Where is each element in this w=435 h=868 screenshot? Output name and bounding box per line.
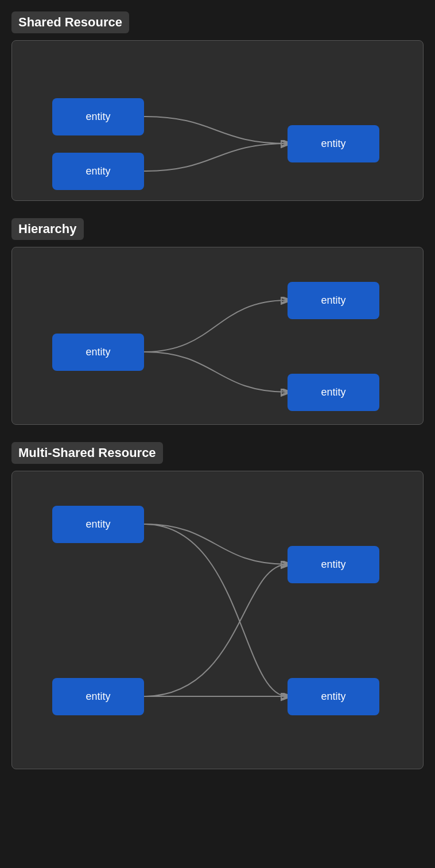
multi-shared-entity-1: entity	[52, 506, 144, 543]
hierarchy-section: Hierarchy entity entity entity	[11, 218, 424, 425]
connection-sr-1-3	[144, 117, 288, 144]
connection-ms-3-2	[144, 564, 288, 696]
multi-shared-entity-4: entity	[288, 678, 379, 715]
shared-resource-entity-1: entity	[52, 98, 144, 135]
connection-h-1-2	[144, 300, 288, 352]
shared-resource-title: Shared Resource	[11, 11, 129, 33]
shared-resource-section: Shared Resource entity entity entity	[11, 11, 424, 201]
shared-resource-entity-3: entity	[288, 125, 379, 162]
hierarchy-diagram: entity entity entity	[11, 247, 424, 425]
connection-ms-1-4	[144, 524, 288, 696]
shared-resource-diagram: entity entity entity	[11, 40, 424, 201]
multi-shared-title: Multi-Shared Resource	[11, 442, 163, 464]
connection-h-1-3	[144, 352, 288, 392]
multi-shared-section: Multi-Shared Resource entity ent	[11, 442, 424, 769]
multi-shared-diagram: entity entity entity entity	[11, 471, 424, 769]
hierarchy-entity-2: entity	[288, 282, 379, 319]
multi-shared-entity-2: entity	[288, 546, 379, 583]
shared-resource-entity-2: entity	[52, 153, 144, 190]
multi-shared-entity-3: entity	[52, 678, 144, 715]
connection-ms-1-2	[144, 524, 288, 564]
hierarchy-entity-3: entity	[288, 374, 379, 411]
connection-sr-2-3	[144, 144, 288, 171]
hierarchy-entity-1: entity	[52, 334, 144, 371]
hierarchy-title: Hierarchy	[11, 218, 84, 240]
